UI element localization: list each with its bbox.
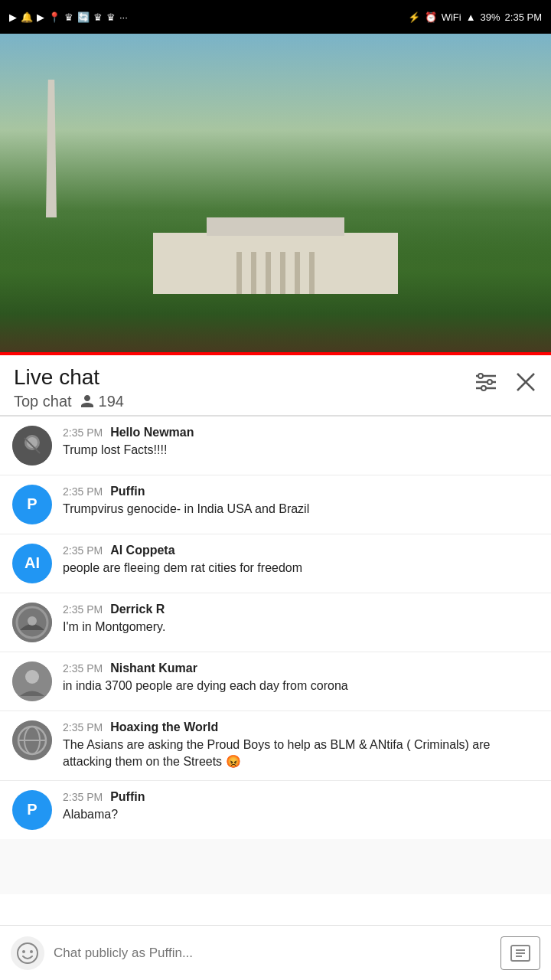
signal-icon: ▲ (466, 11, 476, 23)
message-time: 2:35 PM (63, 721, 103, 733)
svg-point-5 (481, 386, 486, 390)
message-time: 2:35 PM (63, 662, 103, 675)
whitehouse-portico (207, 217, 344, 236)
avatar (12, 603, 52, 642)
filter-icon[interactable] (474, 372, 497, 395)
top-chat-row: Top chat 194 (14, 393, 124, 410)
status-icons-right: ⚡ ⏰ WiFi ▲ 39% 2:35 PM (408, 11, 542, 23)
chat-header-left: Live chat Top chat 194 (14, 366, 124, 410)
alarm-icon: ⏰ (425, 11, 437, 23)
message-text: The Asians are asking the Proud Boys to … (63, 738, 490, 768)
whitehouse-building (153, 233, 398, 294)
time-display: 2:35 PM (505, 11, 542, 23)
message-body: 2:35 PM Al Coppeta people are fleeing de… (63, 544, 539, 577)
message-time: 2:35 PM (63, 426, 103, 439)
top-chat-label: Top chat (14, 393, 72, 410)
message-time: 2:35 PM (63, 603, 103, 616)
message-meta: 2:35 PM Puffin (63, 790, 539, 804)
whitehouse-columns (236, 252, 315, 294)
location-icon: 📍 (48, 11, 60, 23)
table-row: 2:35 PM Hello Newman Trump lost Facts!!!… (0, 416, 551, 475)
message-meta: 2:35 PM Hoaxing the World (63, 720, 539, 734)
youtube2-icon: ▶ (37, 11, 44, 23)
message-text: in india 3700 people are dying each day … (63, 679, 348, 692)
message-meta: 2:35 PM Al Coppeta (63, 544, 539, 557)
wifi-icon: WiFi (442, 11, 461, 23)
message-meta: 2:35 PM Nishant Kumar (63, 662, 539, 675)
close-icon[interactable] (514, 371, 537, 397)
sync-icon: 🔄 (77, 11, 90, 23)
svg-point-23 (30, 950, 33, 953)
message-meta: 2:35 PM Derrick R (63, 603, 539, 616)
message-author: Nishant Kumar (110, 662, 197, 675)
svg-point-14 (28, 616, 37, 626)
message-body: 2:35 PM Puffin Trumpvirus genocide- in I… (63, 485, 539, 518)
status-icons-left: ▶ 🔔 ▶ 📍 ♛ 🔄 ♛ ♛ ··· (9, 11, 128, 23)
battery-percent: 39% (481, 11, 500, 23)
emoji-button[interactable] (11, 936, 44, 970)
message-author: Hoaxing the World (110, 720, 218, 734)
message-meta: 2:35 PM Hello Newman (63, 426, 539, 439)
monument-decoration (46, 80, 57, 217)
chat-header-right (474, 366, 537, 397)
svg-point-22 (22, 950, 25, 953)
avatar: AI (12, 544, 52, 583)
bluetooth-icon: ⚡ (408, 11, 420, 23)
avatar (12, 720, 52, 760)
table-row: AI 2:35 PM Al Coppeta people are fleeing… (0, 534, 551, 593)
svg-point-21 (18, 943, 37, 963)
svg-point-3 (478, 374, 483, 378)
message-body: 2:35 PM Hoaxing the World The Asians are… (63, 720, 539, 771)
table-row: P 2:35 PM Puffin Trumpvirus genocide- in… (0, 475, 551, 534)
send-button[interactable] (500, 936, 540, 970)
message-time: 2:35 PM (63, 544, 103, 557)
chat-messages: 2:35 PM Hello Newman Trump lost Facts!!!… (0, 416, 551, 894)
message-author: Derrick R (110, 603, 165, 616)
chat-header: Live chat Top chat 194 (0, 355, 551, 416)
people-icon (80, 395, 95, 407)
message-time: 2:35 PM (63, 791, 103, 803)
avatar: P (12, 485, 52, 524)
video-progress-bar[interactable] (0, 352, 551, 355)
message-body: 2:35 PM Nishant Kumar in india 3700 peop… (63, 662, 539, 694)
table-row: 2:35 PM Nishant Kumar in india 3700 peop… (0, 652, 551, 711)
chat-input[interactable] (54, 936, 491, 970)
message-body: 2:35 PM Derrick R I'm in Montgomery. (63, 603, 539, 635)
video-player[interactable] (0, 34, 551, 355)
avatar: P (12, 790, 52, 830)
notification-icon: 🔔 (21, 11, 33, 23)
message-body: 2:35 PM Hello Newman Trump lost Facts!!!… (63, 426, 539, 459)
svg-point-16 (25, 670, 39, 684)
svg-point-4 (487, 380, 492, 384)
youtube-icon: ▶ (9, 11, 17, 23)
crown-icon: ♛ (64, 11, 73, 23)
viewer-number: 194 (99, 393, 124, 410)
table-row: 2:35 PM Derrick R I'm in Montgomery. (0, 593, 551, 652)
viewer-count: 194 (80, 393, 124, 410)
chat-input-bar (0, 925, 551, 980)
avatar (12, 426, 52, 466)
message-author: Puffin (110, 485, 145, 498)
crown2-icon: ♛ (93, 11, 103, 23)
message-body: 2:35 PM Puffin Alabama? (63, 790, 539, 823)
avatar (12, 662, 52, 701)
message-text: I'm in Montgomery. (63, 620, 165, 633)
message-meta: 2:35 PM Puffin (63, 485, 539, 498)
message-text: Alabama? (63, 808, 118, 821)
message-text: Trump lost Facts!!!! (63, 443, 167, 456)
table-row: 2:35 PM Hoaxing the World The Asians are… (0, 711, 551, 781)
live-chat-title: Live chat (14, 366, 124, 390)
crown3-icon: ♛ (106, 11, 116, 23)
table-row: P 2:35 PM Puffin Alabama? (0, 781, 551, 839)
message-author: Al Coppeta (110, 544, 174, 557)
message-text: Trumpvirus genocide- in India USA and Br… (63, 502, 309, 515)
message-time: 2:35 PM (63, 485, 103, 498)
status-bar: ▶ 🔔 ▶ 📍 ♛ 🔄 ♛ ♛ ··· ⚡ ⏰ WiFi ▲ 39% 2:35 … (0, 0, 551, 34)
more-icon: ··· (119, 11, 128, 23)
message-author: Puffin (110, 790, 145, 804)
message-text: people are fleeing dem rat cities for fr… (63, 561, 302, 574)
message-author: Hello Newman (110, 426, 194, 439)
